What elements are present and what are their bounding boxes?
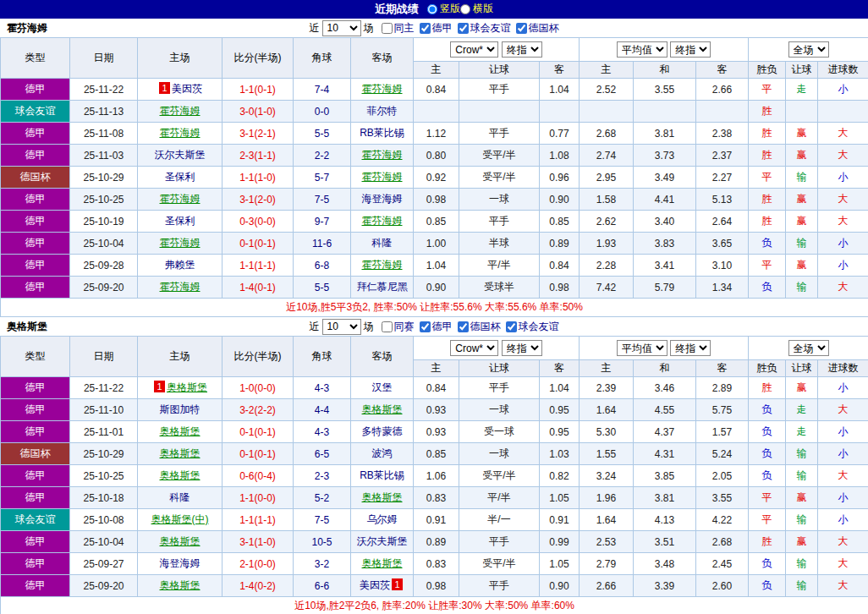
- recent-count-select[interactable]: 10: [322, 20, 361, 36]
- filter-checkbox-input[interactable]: [458, 23, 469, 34]
- result-wdl: 负: [749, 575, 786, 597]
- match-row: 德甲25-10-04霍芬海姆0-1(0-1)11-6科隆1.00半球0.891.…: [1, 233, 868, 255]
- home-team-link[interactable]: 霍芬海姆: [160, 281, 201, 293]
- recent-label: 近: [310, 320, 320, 334]
- filter-checkbox-球会友谊[interactable]: 球会友谊: [458, 21, 511, 36]
- odds-company-select[interactable]: Crow*: [450, 41, 498, 58]
- filter-checkbox-德甲[interactable]: 德甲: [420, 21, 453, 36]
- home-team-link[interactable]: 美因茨: [172, 83, 202, 95]
- filter-checkbox-德国杯[interactable]: 德国杯: [516, 21, 559, 36]
- home-team-link[interactable]: 沃尔夫斯堡: [155, 149, 206, 161]
- odds-time-select[interactable]: 终指: [502, 340, 542, 356]
- away-team-link[interactable]: 科隆: [372, 237, 393, 249]
- home-team-cell: 弗赖堡: [138, 255, 222, 277]
- away-team-link[interactable]: 波鸿: [372, 447, 393, 459]
- away-team-cell: 奥格斯堡: [351, 399, 414, 421]
- home-team-link[interactable]: 科隆: [170, 491, 190, 503]
- home-team-link[interactable]: 霍芬海姆: [160, 193, 201, 205]
- away-team-link[interactable]: 菲尔特: [367, 105, 398, 117]
- home-team-link[interactable]: 圣保利: [165, 215, 195, 227]
- away-team-link[interactable]: 霍芬海姆: [362, 149, 403, 161]
- avg-home: 7.42: [580, 277, 634, 299]
- filter-checkbox-input[interactable]: [506, 321, 517, 332]
- result-goals: 小: [818, 167, 868, 189]
- away-team-link[interactable]: 霍芬海姆: [362, 171, 403, 183]
- avg-time-select[interactable]: 终指: [670, 340, 711, 356]
- odds-handicap: 平手: [459, 575, 540, 597]
- result-wdl: 负: [749, 233, 786, 255]
- away-team-link[interactable]: 霍芬海姆: [362, 259, 403, 271]
- home-team-link[interactable]: 圣保利: [165, 171, 195, 183]
- layout-radio-vertical[interactable]: 竖版: [427, 2, 460, 16]
- avg-away: [696, 101, 749, 123]
- away-team-link[interactable]: RB莱比锡: [360, 469, 404, 481]
- away-team-link[interactable]: 汉堡: [372, 381, 393, 393]
- col-date: 日期: [70, 337, 138, 377]
- result-goals: 大: [818, 575, 868, 597]
- avg-home: 2.68: [580, 123, 634, 145]
- odds-away: 0.84: [540, 255, 580, 277]
- filter-checkbox-德甲[interactable]: 德甲: [420, 320, 453, 334]
- avg-select[interactable]: 平均值: [617, 340, 667, 356]
- filter-checkbox-input[interactable]: [516, 23, 527, 34]
- avg-home: 2.66: [580, 575, 634, 597]
- filter-checkbox-同主[interactable]: 同主: [382, 21, 415, 36]
- filter-checkbox-input[interactable]: [458, 321, 469, 332]
- filter-checkbox-球会友谊[interactable]: 球会友谊: [506, 320, 559, 334]
- filter-checkbox-同赛[interactable]: 同赛: [382, 320, 415, 334]
- odds-time-select[interactable]: 终指: [502, 41, 542, 58]
- home-team-link[interactable]: 奥格斯堡: [160, 447, 201, 459]
- home-team-link[interactable]: 奥格斯堡: [160, 535, 201, 547]
- home-team-link[interactable]: 霍芬海姆: [160, 127, 201, 139]
- home-team-link[interactable]: 奥格斯堡: [167, 381, 207, 393]
- away-team-link[interactable]: 奥格斯堡: [362, 403, 403, 415]
- away-team-link[interactable]: RB莱比锡: [360, 127, 404, 139]
- home-team-link[interactable]: 奥格斯堡(中): [151, 513, 209, 525]
- filter-checkbox-input[interactable]: [420, 23, 431, 34]
- avg-draw: 4.41: [634, 189, 696, 211]
- away-team-link[interactable]: 海登海姆: [362, 193, 403, 205]
- away-team-link[interactable]: 奥格斯堡: [362, 491, 403, 503]
- recent-count-select[interactable]: 10: [322, 319, 361, 335]
- away-team-link[interactable]: 沃尔夫斯堡: [357, 535, 408, 547]
- away-team-link[interactable]: 拜仁慕尼黑: [357, 281, 408, 293]
- layout-radio-input[interactable]: [460, 4, 470, 14]
- away-team-link[interactable]: 奥格斯堡: [362, 557, 403, 569]
- home-team-cell: 霍芬海姆: [138, 189, 222, 211]
- home-team-link[interactable]: 奥格斯堡: [160, 425, 201, 437]
- away-team-link[interactable]: 乌尔姆: [367, 513, 398, 525]
- home-team-link[interactable]: 霍芬海姆: [160, 105, 201, 117]
- competition-badge: 德甲: [1, 189, 70, 211]
- filter-checkbox-德国杯[interactable]: 德国杯: [458, 320, 501, 334]
- away-team-link[interactable]: 多特蒙德: [362, 425, 403, 437]
- layout-radio-input[interactable]: [427, 4, 437, 14]
- home-team-link[interactable]: 奥格斯堡: [160, 579, 201, 591]
- odds-company-select[interactable]: Crow*: [450, 340, 498, 356]
- layout-radio-horizontal[interactable]: 横版: [460, 2, 493, 16]
- avg-time-select[interactable]: 终指: [670, 41, 711, 58]
- away-team-cell: 乌尔姆: [351, 509, 414, 531]
- filter-checkbox-input[interactable]: [382, 321, 393, 332]
- home-team-link[interactable]: 霍芬海姆: [160, 237, 201, 249]
- scope-select[interactable]: 全场: [788, 340, 829, 356]
- away-team-link[interactable]: 美因茨: [360, 579, 390, 591]
- away-team-link[interactable]: 霍芬海姆: [362, 215, 403, 227]
- odds-handicap: 受平/半: [459, 465, 540, 487]
- filter-checkbox-input[interactable]: [382, 23, 393, 34]
- avg-draw: 3.83: [634, 233, 696, 255]
- home-team-link[interactable]: 奥格斯堡: [160, 469, 201, 481]
- match-date: 25-10-29: [70, 443, 138, 465]
- scope-select[interactable]: 全场: [788, 41, 829, 58]
- home-team-link[interactable]: 斯图加特: [160, 403, 201, 415]
- home-team-link[interactable]: 海登海姆: [160, 557, 201, 569]
- filter-checkbox-input[interactable]: [420, 321, 431, 332]
- odds-home: 0.90: [414, 277, 459, 299]
- avg-home: 2.95: [580, 167, 634, 189]
- home-team-link[interactable]: 弗赖堡: [165, 259, 195, 271]
- avg-select[interactable]: 平均值: [617, 41, 667, 58]
- match-row: 德甲25-09-20奥格斯堡1-4(0-2)6-6美因茨10.98平手0.902…: [1, 575, 868, 597]
- avg-away: 3.55: [696, 487, 749, 509]
- result-handicap: 走: [786, 421, 818, 443]
- layout-radios: 竖版横版: [427, 2, 493, 17]
- away-team-link[interactable]: 霍芬海姆: [362, 83, 403, 95]
